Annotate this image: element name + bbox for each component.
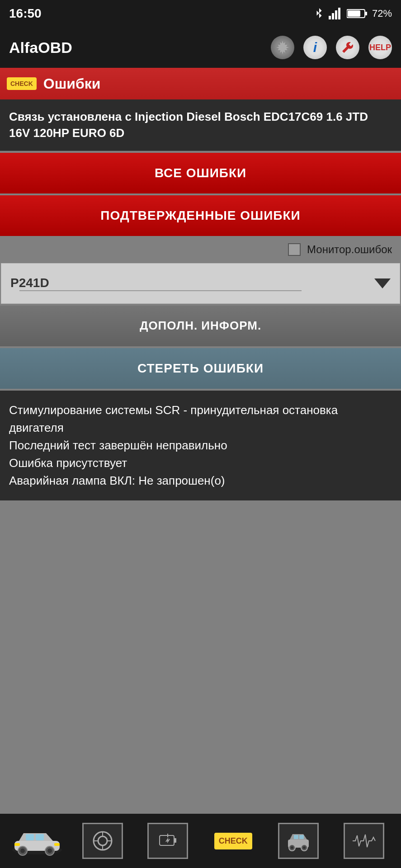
status-icons: 72% — [314, 7, 392, 20]
connection-info: Связь установлена с Injection Diesel Bos… — [0, 99, 401, 151]
nav-check-badge[interactable]: CHECK — [214, 833, 252, 849]
svg-point-32 — [303, 846, 306, 849]
battery-icon — [347, 8, 368, 19]
clear-errors-button[interactable]: СТЕРЕТЬ ОШИБКИ — [0, 348, 401, 389]
monitor-label: Монитор.ошибок — [307, 243, 392, 256]
obd-icon-box — [82, 823, 123, 859]
svg-rect-15 — [36, 834, 44, 840]
error-code-dropdown[interactable]: P241D — [1, 263, 400, 304]
gray-spacer — [0, 500, 401, 708]
svg-point-19 — [98, 836, 107, 845]
svg-rect-5 — [365, 12, 367, 15]
error-code: P241D — [10, 276, 374, 290]
svg-rect-2 — [335, 10, 337, 19]
bottom-nav: CHECK — [0, 814, 401, 868]
battery-percentage: 72% — [372, 8, 392, 19]
waveform-icon — [352, 832, 376, 850]
check-badge: CHECK — [7, 77, 37, 90]
help-icon-button[interactable]: HELP — [368, 36, 392, 59]
svg-rect-1 — [332, 13, 334, 19]
suv-icon-box — [278, 823, 319, 859]
error-desc-line2: Последний тест завершён неправильно — [9, 437, 392, 454]
svg-rect-0 — [329, 16, 331, 19]
nav-suv[interactable] — [266, 823, 331, 859]
signal-icon — [329, 8, 342, 19]
error-desc-line1: Стимулирование системы SCR - принудитель… — [9, 401, 392, 437]
connection-text: Связь установлена с Injection Diesel Bos… — [9, 110, 368, 140]
svg-rect-34 — [299, 835, 304, 839]
obd-icon — [91, 830, 114, 852]
additional-info-button[interactable]: ДОПОЛН. ИНФОРМ. — [0, 306, 401, 346]
svg-point-13 — [47, 849, 52, 853]
battery-nav-icon — [158, 831, 178, 851]
battery-nav-icon-box — [147, 823, 188, 859]
status-time: 16:50 — [9, 6, 42, 21]
nav-check[interactable]: CHECK — [201, 833, 266, 849]
svg-rect-14 — [26, 834, 34, 840]
car-icon — [10, 825, 64, 857]
svg-rect-25 — [174, 838, 176, 843]
confirmed-errors-button[interactable]: ПОДТВЕРЖДЕННЫЕ ОШИБКИ — [0, 195, 401, 236]
error-description: Стимулирование системы SCR - принудитель… — [0, 391, 401, 500]
monitor-row: Монитор.ошибок — [0, 236, 401, 263]
section-header: CHECK Ошибки — [0, 68, 401, 99]
nav-obd[interactable] — [70, 823, 136, 859]
svg-rect-6 — [348, 10, 360, 17]
info-label: i — [313, 40, 317, 55]
error-desc-line3: Ошибка присутствует — [9, 454, 392, 472]
dropdown-underline — [19, 290, 302, 291]
nav-battery[interactable] — [135, 823, 201, 859]
bluetooth-icon — [314, 7, 324, 20]
svg-rect-3 — [338, 8, 340, 19]
toolbar: AlfaOBD i HELP — [0, 27, 401, 68]
svg-point-11 — [20, 849, 25, 853]
nav-waveform[interactable] — [331, 823, 397, 859]
svg-rect-33 — [294, 835, 298, 839]
status-bar: 16:50 72% — [0, 0, 401, 27]
waveform-icon-box — [344, 823, 384, 859]
error-desc-line4: Аварийная лампа ВКЛ: Не запрошен(о) — [9, 472, 392, 490]
svg-point-30 — [291, 846, 293, 849]
dropdown-arrow-icon — [374, 278, 391, 288]
info-icon-button[interactable]: i — [303, 36, 327, 59]
svg-rect-16 — [14, 843, 20, 846]
monitor-checkbox[interactable] — [288, 243, 301, 256]
svg-rect-17 — [54, 843, 60, 846]
suv-icon — [286, 830, 311, 852]
all-errors-button[interactable]: ВСЕ ОШИБКИ — [0, 153, 401, 193]
app-title: AlfaOBD — [9, 39, 262, 57]
section-title: Ошибки — [43, 75, 101, 92]
nav-car[interactable] — [5, 825, 70, 857]
gear-icon-button[interactable] — [271, 36, 294, 59]
help-label: HELP — [369, 43, 391, 52]
wrench-icon-button[interactable] — [336, 36, 359, 59]
